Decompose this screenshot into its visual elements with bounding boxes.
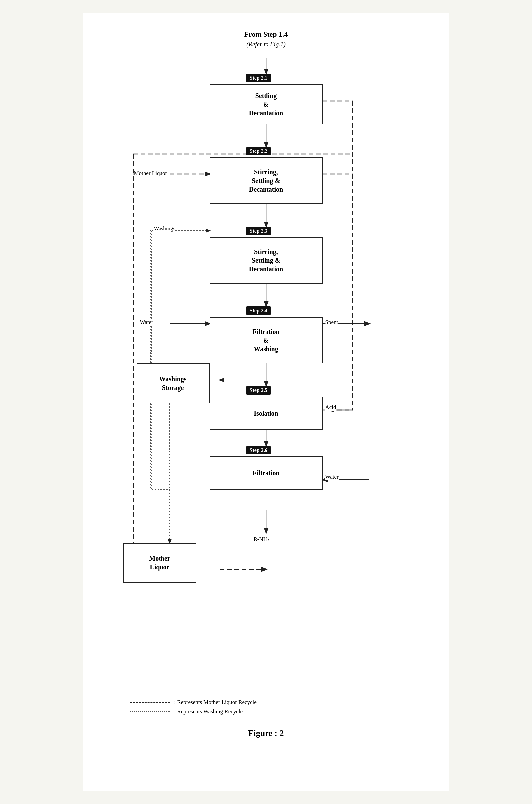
legend: : Represents Mother Liquor Recycle : Rep… [103, 699, 429, 715]
washings-storage-box: WashingsStorage [137, 363, 210, 403]
box5-title: Isolation [253, 409, 278, 418]
legend-dotted-text: : Represents Washing Recycle [174, 708, 243, 715]
page: From Step 1.4 (Refer to Fig.1) [83, 13, 449, 791]
svg-rect-15 [150, 231, 151, 490]
step-2-6-badge: Step 2.6 [246, 446, 271, 455]
box6-title: Filtration [252, 469, 280, 477]
rnh2-label: R-NH₂ [253, 536, 270, 542]
box4-title: Filtration&Washing [252, 327, 280, 353]
box-stirring-settling-3: Stirring,Settling &Decantation [210, 237, 323, 284]
step-2-1-badge: Step 2.1 [246, 74, 271, 82]
step-2-3-badge: Step 2.3 [246, 227, 271, 235]
spent-label: Spent [325, 319, 338, 326]
box-stirring-settling-2: Stirring,Settling &Decantation [210, 157, 323, 204]
step-2-2-badge: Step 2.2 [246, 147, 271, 155]
washings-storage-title: WashingsStorage [159, 375, 186, 392]
box-settling-decantation-1: Settling&Decantation [210, 84, 323, 124]
header-title: From Step 1.4 [103, 30, 429, 39]
legend-item-dashed: : Represents Mother Liquor Recycle [130, 699, 429, 706]
acid-label: Acid [325, 404, 336, 410]
mother-liquor-title: MotherLiquor [149, 554, 170, 571]
header-subtitle: (Refer to Fig.1) [103, 40, 429, 48]
legend-item-dotted: : Represents Washing Recycle [130, 708, 429, 715]
box2-title: Stirring,Settling &Decantation [249, 168, 283, 194]
washings-label: Washings [154, 225, 176, 232]
box-filtration: Filtration [210, 457, 323, 490]
dotted-line-icon [130, 711, 170, 712]
mother-liquor-label: Mother Liquor [134, 170, 168, 177]
box3-title: Stirring,Settling &Decantation [249, 248, 283, 273]
box-filtration-washing: Filtration&Washing [210, 317, 323, 363]
legend-dashed-text: : Represents Mother Liquor Recycle [174, 699, 256, 706]
box-isolation: Isolation [210, 397, 323, 430]
figure-caption: Figure : 2 [103, 728, 429, 738]
box1-title: Settling&Decantation [249, 91, 283, 117]
water-label-1: Water [140, 319, 153, 326]
step-2-5-badge: Step 2.5 [246, 386, 271, 395]
dashed-line-icon [130, 702, 170, 703]
process-diagram: Step 2.1 Settling&Decantation Step 2.2 S… [103, 58, 429, 689]
water-label-2: Water [325, 474, 339, 480]
mother-liquor-box: MotherLiquor [123, 543, 196, 583]
step-2-4-badge: Step 2.4 [246, 306, 271, 315]
